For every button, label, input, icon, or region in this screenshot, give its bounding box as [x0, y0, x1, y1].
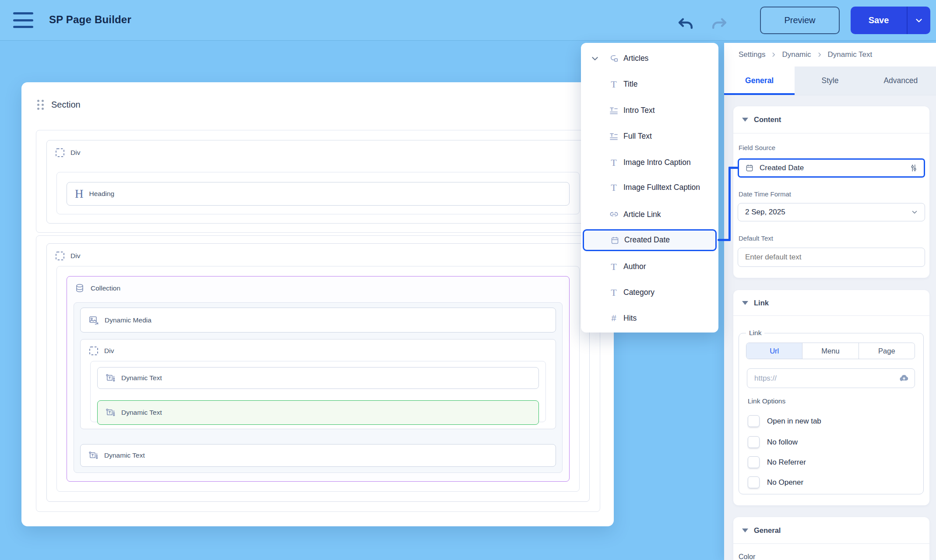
dynamic-text-node[interactable]: Dynamic Text	[97, 367, 539, 389]
checkbox-icon[interactable]	[748, 436, 760, 448]
dynamic-field-dropdown: Articles T Title Intro Text Full Text T …	[581, 43, 718, 332]
dropdown-item-author[interactable]: T Author	[581, 254, 718, 280]
tab-advanced[interactable]: Advanced	[866, 66, 936, 95]
breadcrumb-dynamic-text[interactable]: Dynamic Text	[828, 50, 873, 59]
menu-icon[interactable]	[13, 12, 33, 28]
checkbox-icon[interactable]	[748, 476, 760, 488]
dropdown-item-image-fulltext-caption[interactable]: T Image Fulltext Caption	[581, 173, 718, 202]
heading-node[interactable]: H Heading	[67, 182, 570, 206]
general-card: General Color	[733, 517, 929, 560]
section-header: Section	[37, 100, 81, 110]
dynamic-media-node[interactable]: Dynamic Media	[80, 308, 556, 332]
content-section-toggle[interactable]: Content	[733, 106, 929, 133]
link-card: Link Link Url Menu Page Link Options Ope…	[733, 290, 929, 505]
div-node-header[interactable]: Div	[55, 148, 80, 158]
general-section-toggle[interactable]: General	[733, 517, 929, 544]
link-fieldset-label: Link	[746, 329, 764, 337]
div-node-header[interactable]: Div	[89, 346, 114, 356]
connector-line	[728, 167, 739, 169]
url-input-wrap	[747, 368, 915, 388]
dropdown-item-full-text[interactable]: Full Text	[581, 123, 718, 149]
articles-icon	[609, 53, 619, 63]
connector-line	[728, 167, 731, 241]
tab-general[interactable]: General	[724, 66, 795, 95]
dropdown-item-image-intro-caption[interactable]: T Image Intro Caption	[581, 150, 718, 175]
dynamic-text-icon	[88, 451, 99, 461]
field-source-select[interactable]: Created Date	[738, 158, 925, 178]
dropdown-item-articles[interactable]: Articles	[581, 46, 718, 71]
dynamic-text-icon	[106, 408, 116, 418]
option-no-opener[interactable]: No Opener	[748, 476, 803, 488]
option-no-follow[interactable]: No follow	[748, 436, 798, 448]
text-icon: T	[611, 183, 616, 192]
collapse-triangle-icon	[742, 301, 748, 305]
text-icon: T	[611, 158, 616, 168]
section-card[interactable]: Section Div H Heading Div Collection	[21, 82, 614, 526]
paragraph-icon	[609, 132, 619, 141]
date-format-label: Date Time Format	[739, 190, 791, 198]
dropdown-item-hits[interactable]: # Hits	[581, 305, 718, 331]
hash-icon: #	[611, 313, 616, 323]
database-icon	[74, 283, 85, 294]
drag-handle-icon[interactable]	[37, 100, 44, 110]
text-icon: T	[611, 262, 616, 272]
option-no-referrer[interactable]: No Referrer	[748, 456, 806, 468]
chevron-down-icon[interactable]	[591, 55, 599, 63]
dynamic-text-node-selected[interactable]: Dynamic Text	[97, 400, 539, 425]
chevron-right-icon	[771, 52, 777, 58]
link-fieldset: Link Url Menu Page Link Options Open in …	[739, 333, 924, 494]
link-section-toggle[interactable]: Link	[733, 290, 929, 316]
settings-tabs: General Style Advanced	[724, 66, 936, 95]
section-label: Section	[51, 100, 81, 110]
div-icon	[55, 148, 65, 158]
collapse-triangle-icon	[742, 118, 748, 122]
collapse-triangle-icon	[742, 528, 748, 532]
div-node-header[interactable]: Div	[55, 251, 80, 261]
dynamic-media-icon	[88, 315, 99, 326]
chevron-down-icon	[914, 16, 924, 25]
dropdown-item-intro-text[interactable]: Intro Text	[581, 98, 718, 123]
settings-panel: Settings Dynamic Dynamic Text General St…	[724, 43, 936, 560]
breadcrumb-settings[interactable]: Settings	[739, 50, 765, 59]
dropdown-item-category[interactable]: T Category	[581, 280, 718, 305]
segment-page[interactable]: Page	[859, 343, 915, 359]
link-type-segmented-control: Url Menu Page	[746, 343, 915, 359]
cloud-upload-icon[interactable]	[899, 373, 909, 384]
save-button[interactable]: Save	[851, 7, 930, 34]
default-text-input[interactable]	[745, 253, 925, 262]
option-open-in-new-tab[interactable]: Open in new tab	[748, 415, 821, 427]
tab-style[interactable]: Style	[795, 66, 865, 95]
div-icon	[89, 346, 99, 356]
dropdown-item-title[interactable]: T Title	[581, 71, 718, 97]
segment-menu[interactable]: Menu	[802, 343, 859, 359]
date-format-select[interactable]: 2 Sep, 2025	[738, 203, 925, 221]
breadcrumb: Settings Dynamic Dynamic Text	[724, 43, 936, 66]
sp-page-builder-app: SP Page Builder Preview Save Section Div…	[0, 0, 936, 560]
dropdown-item-created-date[interactable]: Created Date	[583, 229, 717, 251]
link-options-label: Link Options	[748, 397, 785, 405]
calendar-icon	[745, 164, 754, 172]
dropdown-item-article-link[interactable]: Article Link	[581, 202, 718, 228]
heading-icon: H	[75, 188, 84, 200]
preview-button[interactable]: Preview	[760, 7, 840, 34]
checkbox-icon[interactable]	[748, 456, 760, 468]
dynamic-text-node[interactable]: Dynamic Text	[80, 444, 556, 467]
dynamic-text-icon	[106, 373, 116, 383]
save-button-label[interactable]: Save	[851, 7, 907, 34]
segment-url[interactable]: Url	[746, 343, 802, 359]
save-options-caret[interactable]	[907, 7, 930, 34]
default-text-label: Default Text	[739, 234, 773, 242]
sliders-icon[interactable]	[909, 163, 918, 173]
default-text-input-wrap	[738, 248, 925, 267]
checkbox-icon[interactable]	[748, 415, 760, 427]
url-input[interactable]	[754, 374, 899, 383]
redo-icon[interactable]	[709, 16, 729, 32]
collection-node-header[interactable]: Collection	[74, 283, 120, 294]
undo-icon[interactable]	[676, 16, 696, 32]
text-icon: T	[611, 288, 616, 298]
text-icon: T	[611, 80, 616, 89]
calendar-icon	[610, 236, 619, 245]
breadcrumb-dynamic[interactable]: Dynamic	[782, 50, 811, 59]
chevron-down-icon	[911, 208, 918, 216]
paragraph-icon	[609, 106, 619, 116]
